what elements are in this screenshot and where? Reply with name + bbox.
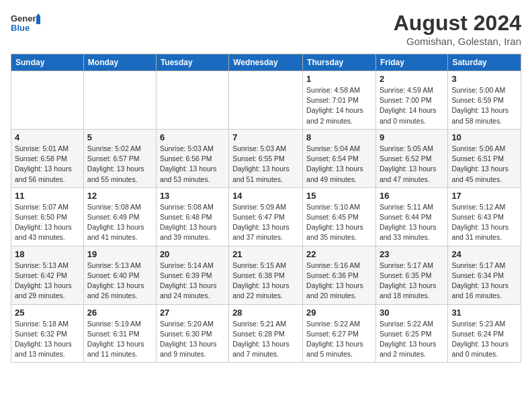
calendar-header: SundayMondayTuesdayWednesdayThursdayFrid… (11, 54, 521, 71)
day-info: Sunrise: 5:08 AM Sunset: 6:49 PM Dayligh… (87, 202, 152, 243)
calendar-cell: 28Sunrise: 5:21 AM Sunset: 6:28 PM Dayli… (229, 304, 303, 363)
calendar-cell: 17Sunrise: 5:12 AM Sunset: 6:43 PM Dayli… (448, 187, 521, 246)
weekday-header-monday: Monday (83, 54, 156, 71)
day-number: 1 (306, 74, 372, 84)
weekday-header-friday: Friday (375, 54, 447, 71)
calendar-week-4: 18Sunrise: 5:13 AM Sunset: 6:42 PM Dayli… (11, 246, 521, 304)
calendar-subtitle: Gomishan, Golestan, Iran (394, 36, 521, 47)
day-number: 10 (451, 132, 517, 142)
calendar-cell: 20Sunrise: 5:14 AM Sunset: 6:39 PM Dayli… (156, 246, 228, 304)
day-number: 15 (306, 191, 372, 201)
day-number: 18 (15, 249, 80, 259)
day-number: 28 (232, 308, 299, 318)
weekday-header-sunday: Sunday (11, 54, 84, 71)
weekday-header-tuesday: Tuesday (156, 54, 228, 71)
svg-text:Blue: Blue (11, 23, 30, 33)
weekday-header-row: SundayMondayTuesdayWednesdayThursdayFrid… (11, 54, 521, 71)
calendar-table: SundayMondayTuesdayWednesdayThursdayFrid… (11, 54, 521, 363)
day-info: Sunrise: 5:03 AM Sunset: 6:55 PM Dayligh… (232, 144, 299, 185)
calendar-week-2: 4Sunrise: 5:01 AM Sunset: 6:58 PM Daylig… (11, 129, 521, 187)
day-info: Sunrise: 5:23 AM Sunset: 6:24 PM Dayligh… (451, 319, 517, 360)
calendar-week-1: 1Sunrise: 4:58 AM Sunset: 7:01 PM Daylig… (11, 71, 521, 130)
day-number: 21 (232, 249, 299, 259)
calendar-cell: 10Sunrise: 5:06 AM Sunset: 6:51 PM Dayli… (448, 129, 521, 187)
calendar-cell: 24Sunrise: 5:17 AM Sunset: 6:34 PM Dayli… (448, 246, 521, 304)
day-number: 2 (380, 74, 444, 84)
day-info: Sunrise: 5:02 AM Sunset: 6:57 PM Dayligh… (87, 144, 152, 185)
svg-text:General: General (11, 13, 40, 24)
day-info: Sunrise: 5:22 AM Sunset: 6:25 PM Dayligh… (380, 319, 444, 360)
day-number: 31 (451, 308, 517, 318)
day-info: Sunrise: 4:58 AM Sunset: 7:01 PM Dayligh… (306, 85, 372, 126)
calendar-cell: 3Sunrise: 5:00 AM Sunset: 6:59 PM Daylig… (448, 71, 521, 130)
calendar-cell: 26Sunrise: 5:19 AM Sunset: 6:31 PM Dayli… (83, 304, 156, 363)
day-info: Sunrise: 5:10 AM Sunset: 6:45 PM Dayligh… (306, 202, 372, 243)
calendar-cell: 18Sunrise: 5:13 AM Sunset: 6:42 PM Dayli… (11, 246, 84, 304)
calendar-cell: 11Sunrise: 5:07 AM Sunset: 6:50 PM Dayli… (11, 187, 84, 246)
calendar-cell: 6Sunrise: 5:03 AM Sunset: 6:56 PM Daylig… (156, 129, 228, 187)
day-number: 4 (15, 132, 80, 142)
day-info: Sunrise: 5:09 AM Sunset: 6:47 PM Dayligh… (232, 202, 299, 243)
day-info: Sunrise: 5:08 AM Sunset: 6:48 PM Dayligh… (160, 202, 225, 243)
calendar-cell (83, 71, 156, 130)
calendar-cell: 30Sunrise: 5:22 AM Sunset: 6:25 PM Dayli… (375, 304, 447, 363)
svg-marker-2 (36, 16, 40, 24)
weekday-header-thursday: Thursday (303, 54, 376, 71)
calendar-cell (156, 71, 228, 130)
calendar-cell: 7Sunrise: 5:03 AM Sunset: 6:55 PM Daylig… (229, 129, 303, 187)
calendar-week-5: 25Sunrise: 5:18 AM Sunset: 6:32 PM Dayli… (11, 304, 521, 363)
calendar-week-3: 11Sunrise: 5:07 AM Sunset: 6:50 PM Dayli… (11, 187, 521, 246)
day-number: 9 (380, 132, 444, 142)
logo: General Blue (11, 11, 40, 35)
calendar-cell: 9Sunrise: 5:05 AM Sunset: 6:52 PM Daylig… (375, 129, 447, 187)
calendar-cell: 22Sunrise: 5:16 AM Sunset: 6:36 PM Dayli… (303, 246, 376, 304)
calendar-cell: 13Sunrise: 5:08 AM Sunset: 6:48 PM Dayli… (156, 187, 228, 246)
calendar-body: 1Sunrise: 4:58 AM Sunset: 7:01 PM Daylig… (11, 71, 521, 363)
day-number: 26 (87, 308, 152, 318)
day-number: 22 (306, 249, 372, 259)
day-number: 12 (87, 191, 152, 201)
day-info: Sunrise: 5:12 AM Sunset: 6:43 PM Dayligh… (451, 202, 517, 243)
day-number: 30 (380, 308, 444, 318)
day-info: Sunrise: 5:16 AM Sunset: 6:36 PM Dayligh… (306, 261, 372, 302)
calendar-cell: 31Sunrise: 5:23 AM Sunset: 6:24 PM Dayli… (448, 304, 521, 363)
day-number: 23 (380, 249, 444, 259)
day-number: 20 (160, 249, 225, 259)
calendar-cell: 25Sunrise: 5:18 AM Sunset: 6:32 PM Dayli… (11, 304, 84, 363)
logo-icon: General Blue (11, 11, 40, 35)
calendar-cell: 27Sunrise: 5:20 AM Sunset: 6:30 PM Dayli… (156, 304, 228, 363)
day-info: Sunrise: 5:01 AM Sunset: 6:58 PM Dayligh… (15, 144, 80, 185)
day-number: 25 (15, 308, 80, 318)
calendar-cell: 12Sunrise: 5:08 AM Sunset: 6:49 PM Dayli… (83, 187, 156, 246)
page-header: General Blue August 2024 Gomishan, Goles… (11, 11, 521, 47)
title-block: August 2024 Gomishan, Golestan, Iran (394, 11, 521, 47)
calendar-cell: 16Sunrise: 5:11 AM Sunset: 6:44 PM Dayli… (375, 187, 447, 246)
day-number: 27 (160, 308, 225, 318)
day-number: 16 (380, 191, 444, 201)
day-number: 17 (451, 191, 517, 201)
calendar-cell: 23Sunrise: 5:17 AM Sunset: 6:35 PM Dayli… (375, 246, 447, 304)
calendar-cell: 15Sunrise: 5:10 AM Sunset: 6:45 PM Dayli… (303, 187, 376, 246)
calendar-cell: 1Sunrise: 4:58 AM Sunset: 7:01 PM Daylig… (303, 71, 376, 130)
day-number: 29 (306, 308, 372, 318)
day-number: 5 (87, 132, 152, 142)
calendar-cell: 29Sunrise: 5:22 AM Sunset: 6:27 PM Dayli… (303, 304, 376, 363)
day-info: Sunrise: 5:18 AM Sunset: 6:32 PM Dayligh… (15, 319, 80, 360)
calendar-cell: 4Sunrise: 5:01 AM Sunset: 6:58 PM Daylig… (11, 129, 84, 187)
calendar-cell: 19Sunrise: 5:13 AM Sunset: 6:40 PM Dayli… (83, 246, 156, 304)
calendar-cell (11, 71, 84, 130)
day-info: Sunrise: 5:17 AM Sunset: 6:34 PM Dayligh… (451, 261, 517, 302)
calendar-cell: 21Sunrise: 5:15 AM Sunset: 6:38 PM Dayli… (229, 246, 303, 304)
calendar-cell: 8Sunrise: 5:04 AM Sunset: 6:54 PM Daylig… (303, 129, 376, 187)
weekday-header-saturday: Saturday (448, 54, 521, 71)
day-info: Sunrise: 5:22 AM Sunset: 6:27 PM Dayligh… (306, 319, 372, 360)
day-info: Sunrise: 5:13 AM Sunset: 6:42 PM Dayligh… (15, 261, 80, 302)
day-number: 7 (232, 132, 299, 142)
day-number: 24 (451, 249, 517, 259)
day-number: 14 (232, 191, 299, 201)
day-info: Sunrise: 5:19 AM Sunset: 6:31 PM Dayligh… (87, 319, 152, 360)
day-info: Sunrise: 5:20 AM Sunset: 6:30 PM Dayligh… (160, 319, 225, 360)
day-info: Sunrise: 5:06 AM Sunset: 6:51 PM Dayligh… (451, 144, 517, 185)
day-info: Sunrise: 5:07 AM Sunset: 6:50 PM Dayligh… (15, 202, 80, 243)
day-info: Sunrise: 4:59 AM Sunset: 7:00 PM Dayligh… (380, 85, 444, 126)
